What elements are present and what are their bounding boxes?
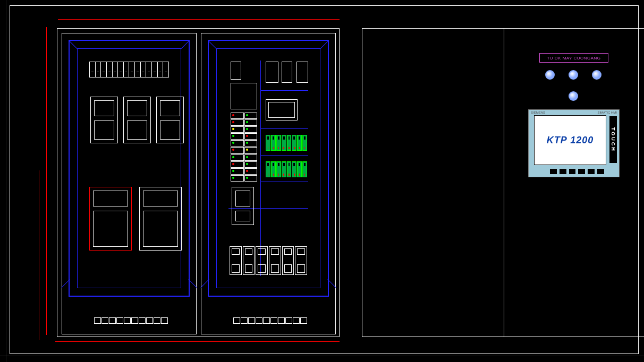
relay[interactable] bbox=[302, 161, 307, 177]
mcb[interactable] bbox=[141, 62, 147, 77]
vfd-large[interactable] bbox=[139, 187, 182, 251]
relay-row-a[interactable] bbox=[266, 135, 307, 151]
relay[interactable] bbox=[282, 161, 286, 177]
relay[interactable] bbox=[287, 135, 292, 151]
panel-right[interactable] bbox=[201, 33, 336, 334]
vfd-large-selected[interactable] bbox=[89, 187, 132, 251]
breaker-row[interactable] bbox=[89, 62, 169, 77]
panel-right-frame bbox=[208, 40, 329, 297]
mcb[interactable] bbox=[135, 62, 141, 77]
ruler-horizontal bbox=[0, 356, 644, 362]
mcb[interactable] bbox=[90, 62, 96, 77]
pilot-light[interactable] bbox=[569, 70, 578, 80]
hmi-screen[interactable]: KTP 1200 bbox=[534, 115, 606, 165]
relay[interactable] bbox=[282, 135, 286, 151]
dimension-line-left bbox=[46, 27, 47, 335]
panel-left-frame bbox=[69, 40, 190, 297]
aux-module[interactable] bbox=[282, 62, 292, 83]
enclosure-front-door[interactable]: TU DK MAY CUONGANG SIEMENS SIMATIC HMI K… bbox=[362, 28, 644, 337]
divider-horizontal bbox=[260, 182, 308, 182]
mcb[interactable] bbox=[118, 62, 124, 77]
contactor[interactable] bbox=[256, 246, 268, 275]
relay-row-b[interactable] bbox=[266, 161, 307, 177]
mcb[interactable] bbox=[101, 62, 107, 77]
terminal-strip[interactable] bbox=[94, 317, 168, 324]
relay[interactable] bbox=[276, 161, 281, 177]
contactor[interactable] bbox=[282, 246, 294, 275]
contactor[interactable] bbox=[295, 246, 307, 275]
power-supply[interactable] bbox=[231, 62, 241, 80]
dimension-line-top bbox=[58, 19, 340, 20]
contactor-row[interactable] bbox=[230, 246, 307, 275]
terminal-strip[interactable] bbox=[233, 317, 308, 324]
relay[interactable] bbox=[297, 135, 302, 151]
divider-horizontal bbox=[260, 155, 308, 156]
mcb[interactable] bbox=[113, 62, 118, 77]
aux-module[interactable] bbox=[296, 62, 308, 83]
relay[interactable] bbox=[287, 161, 292, 177]
mcb[interactable] bbox=[129, 62, 135, 77]
panel-left[interactable] bbox=[62, 33, 197, 334]
divider-horizontal bbox=[260, 90, 308, 91]
mcb[interactable] bbox=[107, 62, 113, 77]
dimension-line-bottom bbox=[55, 341, 340, 342]
aux-module[interactable] bbox=[266, 62, 278, 83]
expansion-module[interactable] bbox=[266, 99, 298, 120]
pilot-light[interactable] bbox=[545, 70, 555, 80]
relay[interactable] bbox=[266, 161, 270, 177]
mcb[interactable] bbox=[158, 62, 164, 77]
relay[interactable] bbox=[271, 161, 276, 177]
vfd-small[interactable] bbox=[90, 97, 118, 143]
plc-cpu[interactable] bbox=[231, 83, 257, 109]
relay[interactable] bbox=[292, 135, 296, 151]
enclosure-internal[interactable] bbox=[57, 28, 340, 337]
mcb[interactable] bbox=[146, 62, 152, 77]
panel-left-mount-plate bbox=[77, 48, 181, 288]
panel-right-mount-plate bbox=[216, 48, 320, 288]
plc-io-column[interactable] bbox=[231, 113, 257, 182]
relay[interactable] bbox=[297, 161, 302, 177]
pilot-light[interactable] bbox=[569, 91, 578, 101]
contactor[interactable] bbox=[230, 246, 242, 275]
hmi-panel[interactable]: SIEMENS SIMATIC HMI KTP 1200 TOUCH bbox=[528, 109, 620, 177]
mcb[interactable] bbox=[163, 62, 168, 77]
hmi-series: SIMATIC HMI bbox=[597, 111, 617, 114]
relay[interactable] bbox=[302, 135, 307, 151]
ruler-vertical bbox=[0, 0, 6, 362]
vfd-small[interactable] bbox=[156, 97, 184, 143]
divider-vertical bbox=[260, 61, 261, 276]
pilot-light[interactable] bbox=[592, 70, 601, 80]
mcb[interactable] bbox=[96, 62, 101, 77]
dimension-line-left-inner bbox=[39, 170, 39, 340]
contactor[interactable] bbox=[269, 246, 281, 275]
hmi-brand: SIEMENS bbox=[531, 111, 545, 114]
relay[interactable] bbox=[266, 135, 270, 151]
drawing-canvas[interactable]: TU DK MAY CUONGANG SIEMENS SIMATIC HMI K… bbox=[10, 5, 639, 354]
vfd-small[interactable] bbox=[123, 97, 151, 143]
mcb[interactable] bbox=[124, 62, 130, 77]
relay[interactable] bbox=[276, 135, 281, 151]
contactor[interactable] bbox=[243, 246, 255, 275]
hmi-function-keys[interactable] bbox=[550, 169, 604, 174]
relay[interactable] bbox=[292, 161, 296, 177]
vfd-small[interactable] bbox=[232, 187, 254, 225]
relay[interactable] bbox=[271, 135, 276, 151]
nameplate: TU DK MAY CUONGANG bbox=[539, 53, 608, 63]
divider-horizontal bbox=[260, 128, 308, 129]
mcb[interactable] bbox=[152, 62, 158, 77]
door-right-leaf[interactable]: TU DK MAY CUONGANG SIEMENS SIMATIC HMI K… bbox=[504, 29, 644, 337]
hmi-touch-strip: TOUCH bbox=[609, 116, 617, 163]
